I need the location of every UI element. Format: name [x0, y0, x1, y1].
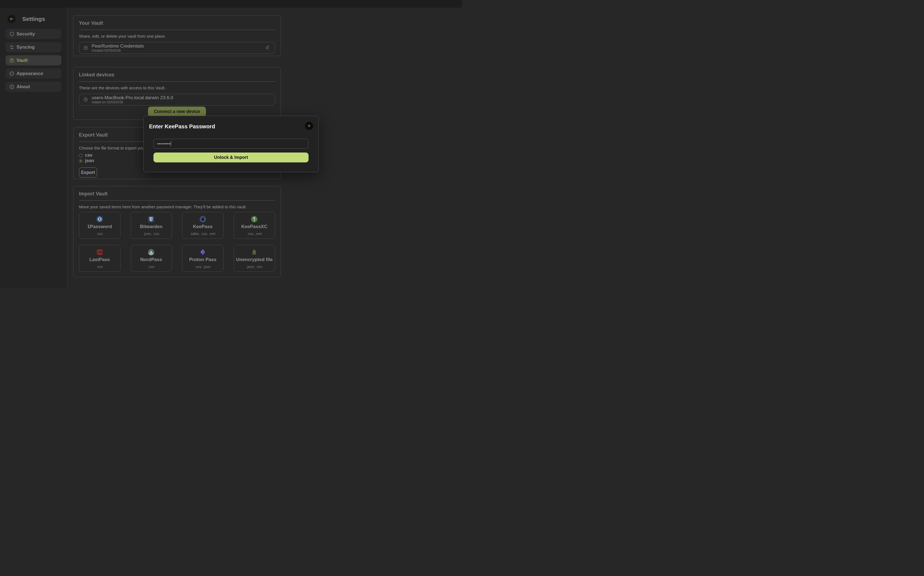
linked-devices-card: Linked devices These are the devices wit… [73, 67, 281, 120]
edit-icon[interactable] [265, 45, 270, 50]
sidebar-item-security[interactable]: Security [5, 29, 61, 39]
key-icon [83, 46, 88, 50]
device-name: users-MacBook-Pro.local darwin 23.6.0 [91, 95, 173, 100]
import-tile-unencrypted-file[interactable]: Unencrypted file .json, .csv [234, 245, 275, 272]
lastpass-icon [96, 249, 103, 256]
titlebar [0, 0, 462, 8]
page-title: Settings [22, 14, 45, 23]
keepass-password-dialog: Enter KeePass Password •••••••• Unlock &… [143, 116, 319, 172]
sidebar-item-label: Syncing [16, 45, 35, 50]
device-row[interactable]: users-MacBook-Pro.local darwin 23.6.0 Ad… [79, 94, 275, 106]
sidebar-item-syncing[interactable]: Syncing [5, 42, 61, 52]
unlock-import-button[interactable]: Unlock & Import [154, 152, 308, 162]
radio-icon [79, 154, 82, 157]
sidebar-item-about[interactable]: About [5, 82, 61, 92]
card-description: Share, edit, or delete your vault from o… [79, 34, 275, 38]
key-icon [83, 97, 88, 102]
text-caret [171, 141, 171, 146]
bitwarden-icon [148, 216, 154, 222]
card-description: Move your saved items here from another … [79, 205, 275, 209]
close-button[interactable] [305, 122, 313, 130]
shield-icon [9, 31, 14, 37]
your-vault-card: Your Vault Share, edit, or delete your v… [73, 15, 281, 56]
vault-row[interactable]: PearRuntime Credentials Created 02/03/20… [79, 42, 275, 54]
sidebar-item-label: Vault [16, 58, 28, 63]
password-masked-value: •••••••• [157, 142, 170, 146]
dialog-title: Enter KeePass Password [149, 123, 215, 130]
import-tile-1password[interactable]: 1Password .csv [79, 212, 120, 239]
sidebar-nav: Security Syncing Vault Appearance [5, 29, 61, 95]
password-input[interactable]: •••••••• [154, 139, 308, 149]
sidebar-item-label: Security [16, 31, 35, 37]
protonpass-icon [199, 249, 206, 256]
divider [79, 30, 275, 30]
import-vault-card: Import Vault Move your saved items here … [73, 186, 281, 277]
key-icon [9, 58, 14, 63]
keepassxc-icon [251, 216, 258, 222]
onepassword-icon [96, 216, 103, 222]
keepass-icon [199, 216, 206, 222]
sidebar-item-label: Appearance [16, 71, 43, 77]
vault-name: PearRuntime Credentials [91, 43, 144, 49]
card-description: These are the devices with access to thi… [79, 85, 275, 90]
sidebar-item-appearance[interactable]: Appearance [5, 69, 61, 78]
app-window: Settings Security Syncing Vault [0, 0, 462, 288]
import-tile-protonpass[interactable]: Proton Pass .csv, .json [182, 245, 224, 272]
vault-meta: Created 02/03/2026 [91, 49, 144, 53]
connect-new-device-button[interactable]: Connect a new device [148, 107, 206, 117]
nordpass-icon [148, 249, 154, 256]
card-title: Your Vault [79, 20, 275, 26]
import-tile-keepass[interactable]: KeePass .kdbx, .csv, .xml [182, 212, 224, 239]
info-icon [9, 84, 14, 90]
radio-selected-icon [79, 159, 82, 163]
import-tile-bitwarden[interactable]: Bitwarden .json, .csv [131, 212, 172, 239]
card-title: Import Vault [79, 191, 275, 197]
export-button[interactable]: Export [79, 167, 97, 178]
close-icon [306, 123, 311, 128]
back-button[interactable] [7, 15, 16, 23]
import-tile-nordpass[interactable]: NordPass .csv [131, 245, 172, 272]
palette-icon [9, 71, 14, 77]
import-provider-grid: 1Password .csv Bitwarden .json, .csv Kee… [79, 212, 275, 272]
unencrypted-file-lock-icon [251, 249, 258, 256]
sidebar-item-label: About [16, 84, 30, 90]
import-tile-lastpass[interactable]: LastPass .csv [79, 245, 120, 272]
sidebar: Settings Security Syncing Vault [0, 8, 67, 288]
arrow-left-icon [9, 16, 14, 21]
sync-icon [9, 45, 14, 50]
device-meta: Added on 02/03/2026 [91, 100, 173, 104]
import-tile-keepassxc[interactable]: KeePassXC .csv, .xml [234, 212, 275, 239]
sidebar-item-vault[interactable]: Vault [5, 55, 61, 66]
divider [79, 200, 275, 201]
card-title: Linked devices [79, 72, 275, 78]
